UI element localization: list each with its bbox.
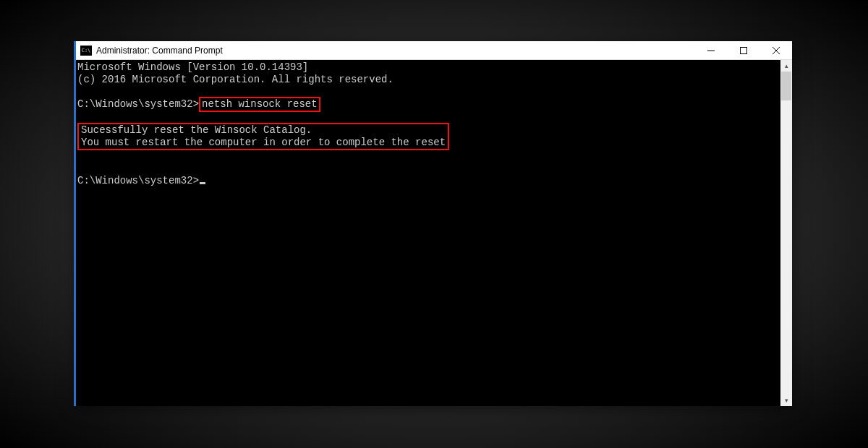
scrollbar-thumb[interactable] [781, 72, 791, 100]
terminal-line: Microsoft Windows [Version 10.0.14393] [77, 61, 308, 73]
scrollbar[interactable]: ▴ ▾ [780, 60, 792, 406]
terminal-line: Sucessfully reset the Winsock Catalog. [81, 124, 312, 136]
window-left-accent [74, 41, 76, 406]
terminal-output[interactable]: Microsoft Windows [Version 10.0.14393] (… [76, 60, 780, 406]
terminal-line: You must restart the computer in order t… [81, 137, 446, 148]
window-title: Administrator: Command Prompt [96, 46, 694, 56]
minimize-button[interactable] [694, 41, 727, 59]
terminal-line: (c) 2016 Microsoft Corporation. All righ… [77, 74, 393, 85]
command-prompt-window: Administrator: Command Prompt Microsoft … [76, 41, 792, 406]
terminal-prompt: C:\Windows\system32> [77, 98, 199, 110]
maximize-button[interactable] [727, 41, 760, 59]
window-controls [694, 41, 792, 59]
close-button[interactable] [760, 41, 792, 59]
highlight-output: Sucessfully reset the Winsock Catalog. Y… [77, 123, 449, 150]
highlight-command: netsh winsock reset [199, 97, 320, 112]
text-cursor [200, 182, 205, 184]
scroll-up-arrow-icon[interactable]: ▴ [780, 60, 792, 72]
cmd-icon [80, 46, 92, 56]
svg-rect-1 [740, 47, 746, 53]
scroll-down-arrow-icon[interactable]: ▾ [780, 395, 792, 406]
titlebar[interactable]: Administrator: Command Prompt [76, 41, 792, 60]
terminal-area: Microsoft Windows [Version 10.0.14393] (… [76, 60, 792, 406]
terminal-prompt: C:\Windows\system32> [77, 175, 199, 186]
